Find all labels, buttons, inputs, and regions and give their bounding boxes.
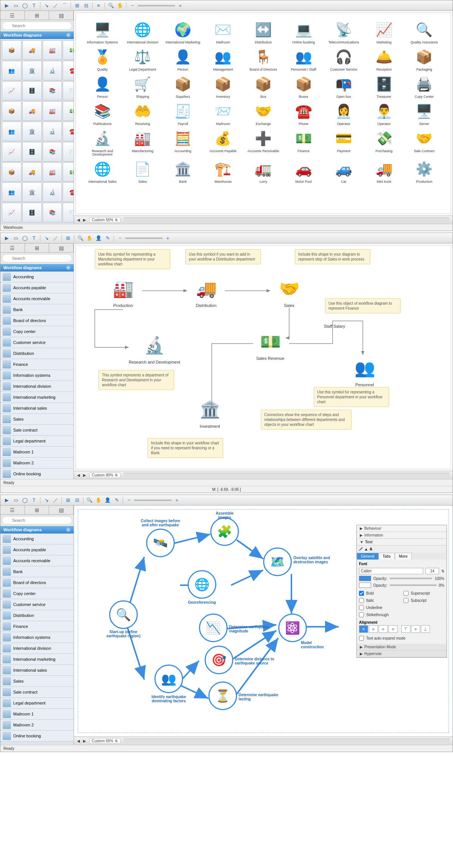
thumb[interactable]: 🔬 [43, 182, 62, 202]
sidebar-item[interactable]: International sales [0, 665, 74, 676]
library-icon[interactable]: 🔍Quality Assurance [405, 20, 443, 45]
library-icon[interactable]: 📦Boxes [285, 75, 323, 99]
line-icon[interactable]: ／ [51, 496, 60, 504]
zoom-in-icon[interactable]: ＋ [176, 2, 184, 10]
node-rd[interactable]: 🔬Research and Development [129, 332, 180, 364]
node-magnitude[interactable]: 📉Determine earthquake magnitude [199, 614, 228, 642]
thumb[interactable]: 📦 [2, 101, 22, 121]
list-view-tab[interactable]: ☰ [0, 244, 25, 252]
h-scrollbar[interactable] [123, 473, 450, 478]
sidebar-item[interactable]: Mailroom 1 [0, 447, 74, 458]
library-icon[interactable]: ⚖️Legal Department [124, 48, 162, 72]
chk-strike[interactable]: Strikethrough [359, 612, 400, 618]
thumb[interactable]: ✉️ [63, 142, 74, 162]
library-icon[interactable]: 🏗️Warehouse [204, 160, 242, 184]
thumb[interactable]: 📦 [2, 162, 22, 182]
sidebar-item[interactable]: Sale contract [0, 425, 74, 436]
library-icon[interactable]: 👤Person [164, 48, 202, 72]
library-icon[interactable]: 👨‍💼Operator [365, 102, 403, 126]
library-icon[interactable]: 🛎️Reception [365, 48, 403, 72]
thumb[interactable]: 👥 [2, 182, 22, 202]
library-icon[interactable]: 🏭Manufacturing [124, 129, 162, 157]
library-icon[interactable]: 👩‍💼Operator [325, 102, 363, 126]
library-icon[interactable]: 👤Person [83, 75, 122, 99]
rect-icon[interactable]: ▭ [12, 496, 20, 504]
library-icon[interactable]: 🤲Receiving [124, 102, 162, 126]
connector-icon[interactable]: ↘ [42, 234, 51, 242]
sidebar-item[interactable]: International division [0, 381, 74, 392]
library-icon[interactable]: 📚Publications [83, 102, 122, 126]
library-icon[interactable]: 👥Management [204, 48, 242, 72]
library-icon[interactable]: 💻Online booking [285, 20, 323, 45]
thumb[interactable]: ✉️ [63, 203, 74, 222]
hand-icon[interactable]: ✋ [116, 2, 124, 10]
node-distribution[interactable]: 🚚Distribution [189, 276, 223, 308]
detail-view-tab[interactable]: ▤ [49, 506, 74, 514]
thumb[interactable]: ✉️ [63, 81, 74, 101]
line-icon[interactable]: ／ [51, 234, 60, 242]
zoom-in-icon[interactable]: 🔍 [85, 496, 94, 504]
thumb[interactable]: 📚 [43, 81, 62, 101]
sidebar-item[interactable]: Bank [0, 566, 74, 577]
section-presentation[interactable]: ▶ Presentation Mode [357, 644, 447, 651]
chk-subscript[interactable]: Subscript [404, 597, 444, 604]
sidebar-item[interactable]: Information systems [0, 632, 74, 643]
thumb[interactable]: 🏛️ [22, 182, 42, 202]
bg-color-swatch[interactable] [359, 583, 371, 588]
sidebar-item[interactable]: Distribution [0, 348, 74, 359]
library-icon[interactable]: ✉️Mailroom [204, 20, 242, 45]
group-icon[interactable]: ⊞ [64, 496, 72, 504]
zoom-control[interactable]: Custom 80%⇅ [89, 472, 120, 478]
zoom-slider[interactable] [137, 5, 175, 6]
detail-view-tab[interactable]: ▤ [49, 11, 74, 20]
connector-icon[interactable]: ↘ [42, 496, 51, 504]
thumb[interactable]: 📈 [2, 203, 22, 222]
sidebar-item[interactable]: Legal department [0, 698, 74, 709]
node-sales[interactable]: 🤝Sales [272, 276, 306, 308]
sidebar-item[interactable]: Distribution [0, 610, 74, 621]
rect-icon[interactable]: ▭ [12, 234, 20, 242]
h-scrollbar[interactable] [123, 738, 450, 744]
align-left[interactable]: ≡ [359, 625, 368, 633]
sidebar-item[interactable]: Mailroom 1 [0, 709, 74, 720]
zoom-in-icon[interactable]: ＋ [163, 234, 172, 242]
library-icon[interactable]: 📡Telecommunications [325, 20, 363, 45]
zoom-out-icon[interactable]: − [116, 234, 124, 242]
node-distance[interactable]: 🎯Determine distance to earthquake source [205, 646, 233, 674]
library-icon[interactable]: 📦Inventory [204, 75, 242, 99]
align-justify[interactable]: ≡ [388, 625, 398, 633]
group-icon[interactable]: ⊞ [73, 2, 81, 10]
library-icon[interactable]: 🖨️Copy Center [405, 75, 443, 99]
node-personnel[interactable]: 👥Personnel [348, 355, 382, 387]
sidebar-item[interactable]: Accounts payable [0, 544, 74, 555]
pointer-icon[interactable]: ▶ [3, 2, 11, 10]
ungroup-icon[interactable]: ⊟ [82, 2, 90, 10]
zoom-in-icon[interactable]: 🔍 [107, 2, 115, 10]
sidebar-item[interactable]: Information systems [0, 370, 74, 381]
sidebar-item[interactable]: International sales [0, 403, 74, 414]
sidebar-item[interactable]: Legal department [0, 436, 74, 447]
sidebar-item[interactable]: Mailroom 2 [0, 458, 74, 469]
node-overlay[interactable]: 🗺️Overlay satellite and destruction imag… [263, 547, 292, 576]
section-hypernote[interactable]: ▶ Hypernote [357, 651, 447, 657]
note-sales[interactable]: Include this shape in your diagram to re… [295, 249, 370, 264]
note-distribution[interactable]: Use this symbol if you want to add in yo… [185, 249, 261, 264]
list-view-tab[interactable]: ☰ [0, 11, 25, 20]
tab-more[interactable]: More [395, 553, 412, 560]
library-icon[interactable]: 🗄️Treasurer [365, 75, 403, 99]
canvas[interactable]: Use this symbol for representing a Manuf… [76, 245, 451, 469]
opacity-slider-1[interactable] [390, 578, 433, 579]
thumb[interactable]: 🏛️ [22, 61, 42, 80]
node-georef[interactable]: 🌐Georeferencing [188, 570, 216, 604]
thumb[interactable]: 📦 [2, 40, 22, 60]
sidebar-item[interactable]: Copy center [0, 326, 74, 337]
thumb[interactable]: 🏛️ [22, 122, 42, 141]
thumb[interactable]: 💵 [63, 40, 74, 60]
page-next-icon[interactable]: ▶ [83, 739, 86, 743]
thumb[interactable]: 👥 [2, 61, 22, 80]
valign-mid[interactable]: ≡ [411, 625, 420, 633]
node-collect[interactable]: 🛰️Collect images before and after earthq… [146, 529, 175, 557]
note-manufacturing[interactable]: Use this symbol for representing a Manuf… [95, 249, 170, 269]
sidebar-item[interactable]: Online booking [0, 731, 74, 742]
properties-panel[interactable]: ▶ Behaviour ▶ Information ▼ Text 🖊️ ▲ A … [356, 525, 447, 658]
